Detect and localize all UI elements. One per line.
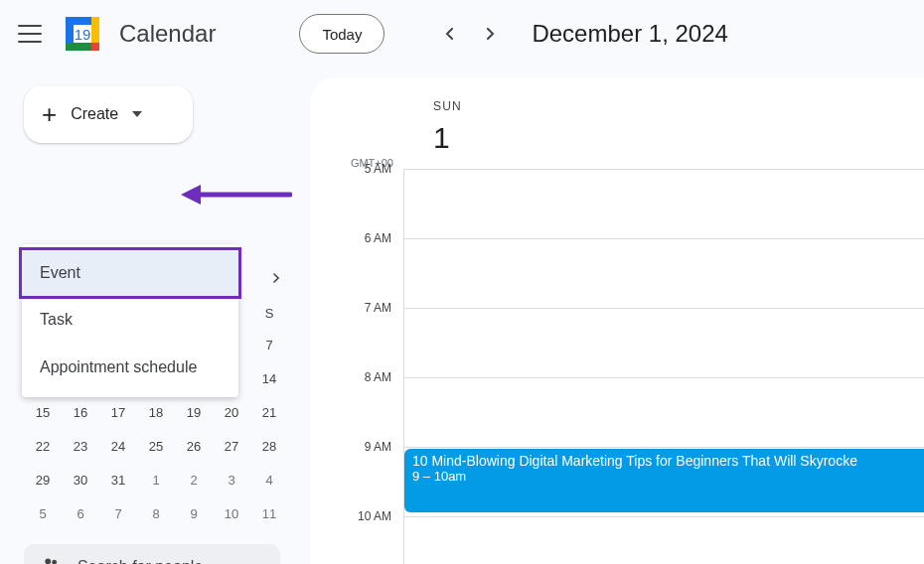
- calendar-logo: 19: [62, 13, 103, 55]
- app-title: Calendar: [119, 20, 216, 48]
- hour-cell[interactable]: [403, 308, 924, 377]
- logo-day-number: 19: [74, 25, 91, 43]
- hour-label: 5 AM: [310, 162, 403, 231]
- mini-calendar-day[interactable]: 11: [250, 496, 288, 530]
- day-header: GMT+00 SUN 1: [310, 77, 924, 169]
- mini-calendar-day[interactable]: 21: [250, 395, 288, 429]
- mini-calendar-day[interactable]: 24: [99, 429, 137, 463]
- search-people-placeholder: Search for people: [77, 558, 203, 564]
- mini-calendar-day[interactable]: 7: [250, 328, 288, 361]
- day-of-week-label: SUN: [433, 99, 462, 113]
- hour-label: 10 AM: [310, 509, 403, 564]
- mini-calendar-day[interactable]: 7: [99, 496, 137, 530]
- mini-calendar-day[interactable]: 1: [137, 463, 175, 496]
- event-title: 10 Mind-Blowing Digital Marketing Tips f…: [412, 453, 916, 469]
- mini-calendar-day[interactable]: 4: [250, 463, 288, 496]
- menu-item-label: Appointment schedule: [40, 358, 197, 376]
- svg-point-2: [52, 560, 57, 564]
- menu-item-label: Event: [40, 264, 80, 282]
- hour-row[interactable]: 8 AM: [310, 377, 924, 447]
- create-button[interactable]: + Create: [24, 85, 193, 143]
- next-period-button[interactable]: [472, 16, 508, 52]
- search-people-field[interactable]: Search for people: [24, 544, 280, 564]
- mini-calendar-day[interactable]: 27: [213, 429, 250, 463]
- mini-calendar-day[interactable]: 10: [213, 496, 250, 530]
- hamburger-icon[interactable]: [18, 22, 42, 46]
- current-date-title: December 1, 2024: [532, 20, 727, 48]
- hour-row[interactable]: 6 AM: [310, 238, 924, 308]
- svg-point-1: [45, 558, 51, 564]
- mini-calendar-day[interactable]: 18: [137, 395, 175, 429]
- create-menu-item-appointment[interactable]: Appointment schedule: [22, 344, 238, 391]
- mini-calendar-day[interactable]: 31: [99, 463, 137, 496]
- day-number[interactable]: 1: [433, 121, 450, 155]
- hour-cell[interactable]: [403, 516, 924, 564]
- hour-cell[interactable]: [403, 377, 924, 447]
- mini-calendar-day[interactable]: 19: [175, 395, 213, 429]
- mini-calendar-day[interactable]: 30: [62, 463, 99, 496]
- create-menu-item-event[interactable]: Event: [19, 247, 241, 299]
- create-menu-item-task[interactable]: Task: [22, 296, 238, 344]
- mini-calendar-day[interactable]: 5: [24, 496, 62, 530]
- day-view: GMT+00 SUN 1 5 AM6 AM7 AM8 AM9 AM10 AM 1…: [310, 77, 924, 564]
- hour-label: 9 AM: [310, 440, 403, 509]
- date-nav: [432, 16, 508, 52]
- mini-calendar-day[interactable]: 9: [175, 496, 213, 530]
- mini-calendar-day[interactable]: 3: [213, 463, 250, 496]
- hour-cell[interactable]: [403, 238, 924, 308]
- hour-label: 8 AM: [310, 370, 403, 440]
- mini-calendar-day[interactable]: 17: [99, 395, 137, 429]
- hour-cell[interactable]: [403, 169, 924, 238]
- calendar-event[interactable]: 10 Mind-Blowing Digital Marketing Tips f…: [404, 449, 924, 512]
- mini-calendar-day[interactable]: 26: [175, 429, 213, 463]
- header-bar: 19 Calendar Today December 1, 2024: [0, 0, 924, 68]
- hour-row[interactable]: 10 AM: [310, 516, 924, 564]
- hour-row[interactable]: 5 AM: [310, 169, 924, 238]
- hour-label: 7 AM: [310, 301, 403, 370]
- sidebar: + Create Event Task Appointment schedule…: [0, 68, 294, 564]
- create-menu: Event Task Appointment schedule: [22, 244, 238, 397]
- mini-calendar-day[interactable]: 28: [250, 429, 288, 463]
- mini-calendar-day[interactable]: 16: [62, 395, 99, 429]
- mini-calendar-day[interactable]: 2: [175, 463, 213, 496]
- hour-row[interactable]: 7 AM: [310, 308, 924, 377]
- people-icon: [40, 554, 62, 564]
- mini-calendar-day[interactable]: 29: [24, 463, 62, 496]
- hour-label: 6 AM: [310, 231, 403, 301]
- mini-calendar-day[interactable]: 23: [62, 429, 99, 463]
- mini-calendar-dow: S: [250, 298, 288, 328]
- today-button[interactable]: Today: [299, 14, 385, 54]
- mini-calendar-next[interactable]: [264, 266, 288, 290]
- chevron-down-icon: [132, 111, 142, 117]
- mini-calendar-day[interactable]: 15: [24, 395, 62, 429]
- mini-calendar-day[interactable]: 14: [250, 361, 288, 395]
- create-button-label: Create: [71, 105, 118, 123]
- mini-calendar-day[interactable]: 22: [24, 429, 62, 463]
- mini-calendar-day[interactable]: 6: [62, 496, 99, 530]
- mini-calendar-day[interactable]: 25: [137, 429, 175, 463]
- event-time: 9 – 10am: [412, 469, 916, 484]
- mini-calendar-day[interactable]: 20: [213, 395, 250, 429]
- menu-item-label: Task: [40, 311, 73, 329]
- annotation-arrow: [179, 175, 292, 214]
- prev-period-button[interactable]: [432, 16, 468, 52]
- mini-calendar-day[interactable]: 8: [137, 496, 175, 530]
- hour-grid[interactable]: 5 AM6 AM7 AM8 AM9 AM10 AM 10 Mind-Blowin…: [310, 169, 924, 564]
